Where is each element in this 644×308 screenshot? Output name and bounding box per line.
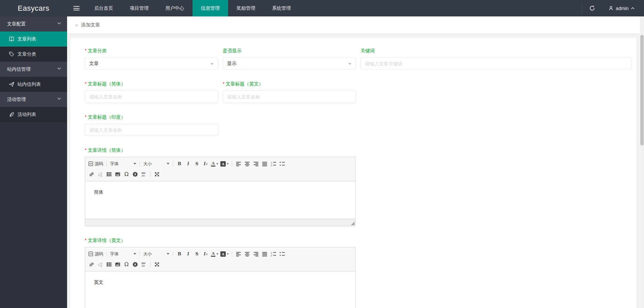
flash-button[interactable] xyxy=(131,170,140,178)
svg-text:1.: 1. xyxy=(271,252,273,254)
align-right-button[interactable] xyxy=(252,250,260,258)
source-button[interactable]: 源码 xyxy=(87,250,104,258)
field-label-detail-en: *文章详情（英文） xyxy=(85,238,356,244)
person-icon xyxy=(608,6,613,11)
ordered-list-icon: 1.2. xyxy=(271,251,276,256)
bold-button[interactable]: B xyxy=(175,250,184,258)
sidebar-item-article-list[interactable]: 文章列表 xyxy=(0,32,67,47)
div-container-button[interactable]: DIV</> xyxy=(140,170,148,178)
sidebar-group-article-config[interactable]: 文章配置 xyxy=(0,16,67,32)
required-asterisk: * xyxy=(85,147,87,152)
flash-button[interactable] xyxy=(131,260,140,268)
table-button[interactable] xyxy=(105,260,113,268)
caret-icon xyxy=(227,163,229,165)
sidebar-item-article-category[interactable]: 文章分类 xyxy=(0,47,67,62)
select-caret-icon xyxy=(348,63,352,65)
align-center-icon xyxy=(245,251,250,256)
special-char-button[interactable]: Ω xyxy=(122,260,131,268)
sidebar-group-site-mail[interactable]: 站内信管理 xyxy=(0,62,67,77)
title-en-input[interactable] xyxy=(223,90,356,103)
bold-button[interactable]: B xyxy=(175,160,184,168)
required-asterisk: * xyxy=(223,81,224,86)
strikethrough-button[interactable]: S xyxy=(193,160,201,168)
sidebar-item-activity-list[interactable]: 活动列表 xyxy=(0,107,67,122)
resize-grip-icon[interactable] xyxy=(351,222,355,225)
form-row-2: *文章标题（简体） *文章标题（英文） xyxy=(85,81,631,103)
sidebar: 文章配置 文章列表 文章分类 站内信管理 站内信列表 活动管理 活动列表 xyxy=(0,16,67,308)
align-justify-button[interactable] xyxy=(260,160,269,168)
toolbar-separator xyxy=(232,161,232,167)
ordered-list-button[interactable]: 1.2. xyxy=(269,250,278,258)
title-in-input[interactable] xyxy=(85,124,218,136)
form-row-detail-en: *文章详情（英文） 源码 字体 xyxy=(85,238,631,308)
sidebar-group-activity[interactable]: 活动管理 xyxy=(0,92,67,107)
text-color-button[interactable]: A xyxy=(210,250,219,258)
nav-item-dashboard[interactable]: 后台首页 xyxy=(86,0,121,16)
align-left-icon xyxy=(236,161,241,166)
image-button[interactable] xyxy=(113,260,122,268)
remove-format-button[interactable]: Ix xyxy=(201,160,210,168)
unordered-list-button[interactable] xyxy=(278,160,286,168)
font-family-combo[interactable]: 字体 xyxy=(109,160,138,168)
text-color-button[interactable]: A xyxy=(210,160,219,168)
div-icon: DIV</> xyxy=(141,172,147,177)
italic-button[interactable]: I xyxy=(184,160,193,168)
visible-select[interactable]: 显示 xyxy=(223,57,356,70)
bg-color-button[interactable]: A xyxy=(219,250,230,258)
nav-item-system[interactable]: 系统管理 xyxy=(264,0,299,16)
editor-content-en[interactable]: 英文 xyxy=(85,271,355,308)
align-left-button[interactable] xyxy=(234,250,243,258)
table-button[interactable] xyxy=(105,170,113,178)
svg-text:2.: 2. xyxy=(271,164,273,166)
ordered-list-button[interactable]: 1.2. xyxy=(269,160,278,168)
nav-item-user-center[interactable]: 用户中心 xyxy=(157,0,193,16)
toolbar-separator xyxy=(173,251,173,257)
scrollbar-thumb[interactable] xyxy=(640,35,644,145)
page-scrollbar[interactable] xyxy=(640,16,644,308)
maximize-button[interactable] xyxy=(153,170,161,178)
image-button[interactable] xyxy=(113,170,122,178)
nav-item-rewards[interactable]: 奖励管理 xyxy=(228,0,264,16)
maximize-button[interactable] xyxy=(153,260,161,268)
font-size-combo[interactable]: 大小 xyxy=(142,160,171,168)
keyword-input[interactable] xyxy=(361,57,631,70)
refresh-button[interactable] xyxy=(582,0,602,16)
ordered-list-icon: 1.2. xyxy=(271,161,276,166)
paper-plane-icon xyxy=(9,81,14,87)
font-family-combo[interactable]: 字体 xyxy=(109,250,138,258)
editor-content-cn[interactable]: 简体 xyxy=(85,181,355,219)
div-container-button[interactable]: DIV</> xyxy=(140,260,148,268)
strikethrough-button[interactable]: S xyxy=(193,250,201,258)
italic-button[interactable]: I xyxy=(184,250,193,258)
align-center-button[interactable] xyxy=(243,160,252,168)
sidebar-toggle-button[interactable] xyxy=(67,0,86,16)
align-right-icon xyxy=(254,251,259,256)
title-cn-input[interactable] xyxy=(85,90,218,103)
source-button[interactable]: 源码 xyxy=(87,160,104,168)
breadcrumb-separator-icon: » xyxy=(75,22,78,28)
link-button[interactable] xyxy=(87,170,96,178)
link-button[interactable] xyxy=(87,260,96,268)
nav-item-info-management[interactable]: 信息管理 xyxy=(193,0,228,16)
category-select[interactable]: 文章 xyxy=(85,57,218,70)
align-justify-button[interactable] xyxy=(260,250,269,258)
svg-text:DIV: DIV xyxy=(142,172,146,174)
align-right-button[interactable] xyxy=(252,160,260,168)
editor-toolbar: 源码 字体 大小 B I xyxy=(85,247,355,271)
sidebar-item-site-mail-list[interactable]: 站内信列表 xyxy=(0,77,67,92)
maximize-icon xyxy=(154,262,160,267)
unlink-button[interactable] xyxy=(96,260,105,268)
align-left-button[interactable] xyxy=(234,160,243,168)
unordered-list-button[interactable] xyxy=(278,250,286,258)
hamburger-icon xyxy=(73,6,79,10)
caret-icon xyxy=(227,253,229,255)
user-menu[interactable]: admin xyxy=(602,0,644,16)
nav-item-projects[interactable]: 项目管理 xyxy=(121,0,157,16)
align-center-button[interactable] xyxy=(243,250,252,258)
align-right-icon xyxy=(254,161,259,166)
special-char-button[interactable]: Ω xyxy=(122,170,131,178)
font-size-combo[interactable]: 大小 xyxy=(142,250,171,258)
unlink-button[interactable] xyxy=(96,170,105,178)
remove-format-button[interactable]: Ix xyxy=(201,250,210,258)
bg-color-button[interactable]: A xyxy=(219,160,230,168)
